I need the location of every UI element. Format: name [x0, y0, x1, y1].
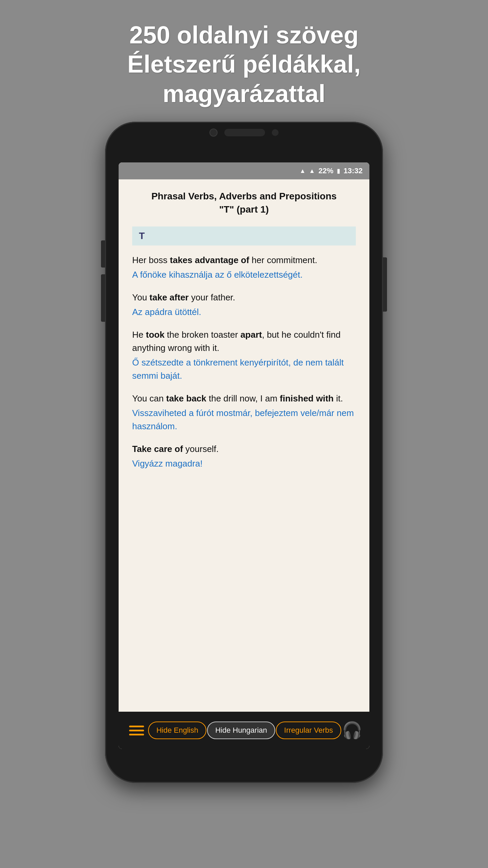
irregular-verbs-button[interactable]: Irregular Verbs: [276, 722, 341, 739]
menu-line-3: [129, 734, 144, 735]
hide-english-button[interactable]: Hide English: [148, 722, 206, 739]
english-sentence-3: He took the broken toaster apart, but he…: [132, 328, 356, 355]
side-buttons-right: [383, 257, 387, 312]
volume-up-button[interactable]: [101, 240, 105, 268]
list-item: He took the broken toaster apart, but he…: [132, 328, 356, 382]
english-sentence-5: Take care of yourself.: [132, 442, 356, 456]
hide-hungarian-button[interactable]: Hide Hungarian: [207, 722, 275, 739]
volume-down-button[interactable]: [101, 274, 105, 322]
hide-english-label: Hide English: [156, 726, 198, 734]
english-sentence-4: You can take back the drill now, I am fi…: [132, 392, 356, 405]
irregular-verbs-label: Irregular Verbs: [284, 726, 333, 734]
menu-line-1: [129, 726, 144, 727]
signal-icon: ▲: [309, 167, 315, 175]
hungarian-sentence-2: Az apádra ütöttél.: [132, 305, 356, 319]
hungarian-sentence-4: Visszaviheted a fúrót mostmár, befejezte…: [132, 407, 356, 433]
hero-text: 250 oldalnyi szöveg Életszerű példákkal,…: [100, 20, 388, 108]
bottom-toolbar: Hide English Hide Hungarian Irregular Ve…: [119, 712, 369, 749]
power-button[interactable]: [383, 257, 387, 312]
letter-header: T: [132, 226, 356, 245]
battery-icon: ▮: [337, 167, 340, 175]
hungarian-sentence-1: A főnöke kihasználja az ő elkötelezettsé…: [132, 268, 356, 281]
phone-top-bar: [209, 129, 279, 137]
hide-hungarian-label: Hide Hungarian: [215, 726, 267, 734]
list-item: Take care of yourself. Vigyázz magadra!: [132, 442, 356, 470]
phone-shell: ▲ ▲ 22% ▮ 13:32 Phrasal Verbs, Adverbs a…: [105, 122, 383, 783]
menu-button[interactable]: [126, 722, 147, 739]
hungarian-sentence-5: Vigyázz magadra!: [132, 457, 356, 470]
list-item: You can take back the drill now, I am fi…: [132, 392, 356, 433]
sensor: [272, 129, 279, 136]
speaker-grille: [224, 129, 265, 136]
letter-label: T: [139, 231, 145, 241]
status-bar: ▲ ▲ 22% ▮ 13:32: [119, 162, 369, 179]
page-title: Phrasal Verbs, Adverbs and Prepositions …: [132, 190, 356, 216]
hungarian-sentence-3: Ő szétszedte a tönkrement kenyérpirítót,…: [132, 356, 356, 382]
hero-line2: Életszerű példákkal,: [127, 51, 361, 78]
clock: 13:32: [344, 166, 363, 175]
phone-device: ▲ ▲ 22% ▮ 13:32 Phrasal Verbs, Adverbs a…: [105, 122, 383, 783]
english-sentence-1: Her boss takes advantage of her commitme…: [132, 254, 356, 267]
list-item: You take after your father. Az apádra üt…: [132, 291, 356, 319]
side-buttons-left: [101, 240, 105, 322]
battery-percentage: 22%: [319, 166, 333, 175]
wifi-icon: ▲: [300, 167, 306, 175]
hero-line3: magyarázattal: [163, 80, 325, 107]
menu-line-2: [129, 730, 144, 731]
phone-screen: ▲ ▲ 22% ▮ 13:32 Phrasal Verbs, Adverbs a…: [119, 162, 369, 749]
headphones-button[interactable]: 🎧: [342, 721, 362, 740]
content-area: Phrasal Verbs, Adverbs and Prepositions …: [119, 179, 369, 712]
hero-line1: 250 oldalnyi szöveg: [129, 21, 359, 48]
english-sentence-2: You take after your father.: [132, 291, 356, 304]
list-item: Her boss takes advantage of her commitme…: [132, 254, 356, 281]
front-camera: [209, 129, 218, 137]
